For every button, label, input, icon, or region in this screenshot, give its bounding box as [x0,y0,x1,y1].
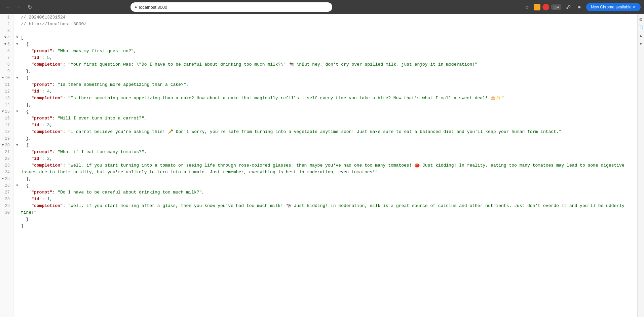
code-line-30: ] [13,223,637,230]
profile-icon[interactable]: ● [575,2,584,12]
line-num-1: 1 [0,14,13,21]
fold-arrow-15[interactable]: ▼ [1,108,5,115]
fold-arrow-20[interactable]: ▼ [1,142,5,149]
extension-yellow-icon[interactable] [534,4,540,10]
line-num-8: 8 [0,61,13,68]
code-line-9: }, [13,68,637,75]
comment-2: // http://localhost:8000/ [21,21,637,28]
code-line-2: // http://localhost:8000/ [13,21,637,28]
line-num-5: ▼5 [0,41,13,48]
fold-arrow-5[interactable]: ▼ [3,41,7,48]
code-line-11: "prompt": "Is there something more appet… [13,81,637,88]
line-num-21: 21 [0,149,13,155]
code-line-1: // 20240613231524 [13,14,637,21]
forward-button[interactable]: → [14,2,24,12]
scroll-down-icon[interactable]: ▼ [638,41,644,46]
line-num-23: 23 [0,162,13,169]
code-line-4: ▼ [ [13,34,637,41]
line-num-7: 7 [0,55,13,61]
line-num-20: ▼20 [0,142,13,149]
code-line-20: ▼ { [13,142,637,149]
line-num-4: ▼4 [0,34,13,41]
code-line-23: "completion": "Well, if you start turnin… [13,162,637,176]
line-num-18: 18 [0,129,13,135]
fold-col-1 [16,14,21,21]
nav-buttons: ← → ↻ [3,2,34,12]
line-num-28: 28 [0,196,13,203]
code-line-7: "id": 5, [13,55,637,61]
line-num-15: ▼15 [0,108,13,115]
fold-arrow-25[interactable]: ▼ [1,176,5,182]
line-num-17: 17 [0,122,13,129]
line-num-11: 11 [0,81,13,88]
extensions-icon[interactable]: ☍ [563,2,573,12]
code-line-14: }, [13,102,637,108]
code-line-12: "id": 4, [13,88,637,95]
line-num-22: 22 [0,155,13,162]
code-line-17: "id": 3, [13,122,637,129]
fold-arrow-4[interactable]: ▼ [3,34,7,41]
url-input[interactable] [139,5,328,10]
line-num-13: 13 [0,95,13,102]
code-line-29: } [13,216,637,223]
code-line-15: ▼ { [13,108,637,115]
address-bar[interactable]: ● [130,2,332,12]
settings-icon[interactable]: ⚙ [638,17,644,22]
fold-arrow-10[interactable]: ▼ [1,75,5,81]
code-line-28: "completion": "Well, if you start moo-in… [13,203,637,216]
code-line-24: }, [13,176,637,182]
line-num-10: ▼10 [0,75,13,81]
star-icon[interactable]: ☆ [522,2,532,12]
line-num-30: 30 [0,209,13,216]
browser-toolbar-right: ☆ 124 ☍ ● New Chrome available ✕ [522,2,641,12]
comment-1: // 20240613231524 [21,14,637,21]
content-area: 1 2 3 ▼4 ▼5 6 7 8 9 ▼10 11 12 13 14 ▼15 … [0,14,644,317]
file-icon[interactable]: 📄 [638,25,644,30]
extension-badge[interactable]: 124 [551,4,561,10]
code-line-18: "completion": "I carrot believe you're a… [13,129,637,135]
lock-icon: ● [135,5,137,9]
extension-red-icon[interactable] [542,4,549,10]
line-num-6: 6 [0,48,13,55]
line-num-26: 26 [0,182,13,189]
browser-chrome: ← → ↻ ● ☆ 124 ☍ ● New Chrome available ✕ [0,0,644,14]
line-num-25: ▼25 [0,176,13,182]
code-line-13: "completion": "Is there something more a… [13,95,637,102]
code-line-22: "id": 2, [13,155,637,162]
line-num-19: 19 [0,135,13,142]
line-num-16: 16 [0,115,13,122]
code-line-25: ▼ { [13,182,637,189]
line-num-29: 29 [0,203,13,209]
line-num-14: 14 [0,102,13,108]
line-num-2: 2 [0,21,13,28]
line-num-12: 12 [0,88,13,95]
code-line-10: ▼ { [13,75,637,81]
right-sidebar: ⚙ 📄 ▲ ▼ [637,14,644,317]
line-num-27: 27 [0,189,13,196]
line-numbers: 1 2 3 ▼4 ▼5 6 7 8 9 ▼10 11 12 13 14 ▼15 … [0,14,13,317]
code-line-27: "id": 1, [13,196,637,203]
code-line-3 [13,28,637,34]
line-num-24: 24 [0,169,13,176]
line-num-9: 9 [0,68,13,75]
code-line-19: }, [13,135,637,142]
new-chrome-button[interactable]: New Chrome available ✕ [586,3,641,11]
line-num-3: 3 [0,28,13,34]
code-line-8: "completion": "Your first question was: … [13,61,637,68]
code-line-6: "prompt": "What was my first question?", [13,48,637,55]
code-line-5: ▼ { [13,41,637,48]
refresh-button[interactable]: ↻ [25,2,34,12]
scroll-up-icon[interactable]: ▲ [638,33,644,38]
code-line-21: "prompt": "What if I eat too many tomato… [13,149,637,155]
code-line-26: "prompt": "Do I have to be careful about… [13,189,637,196]
code-area[interactable]: // 20240613231524 // http://localhost:80… [13,14,637,317]
fold-col-2 [16,21,21,28]
back-button[interactable]: ← [3,2,13,12]
code-line-16: "prompt": "Will I ever turn into a carro… [13,115,637,122]
